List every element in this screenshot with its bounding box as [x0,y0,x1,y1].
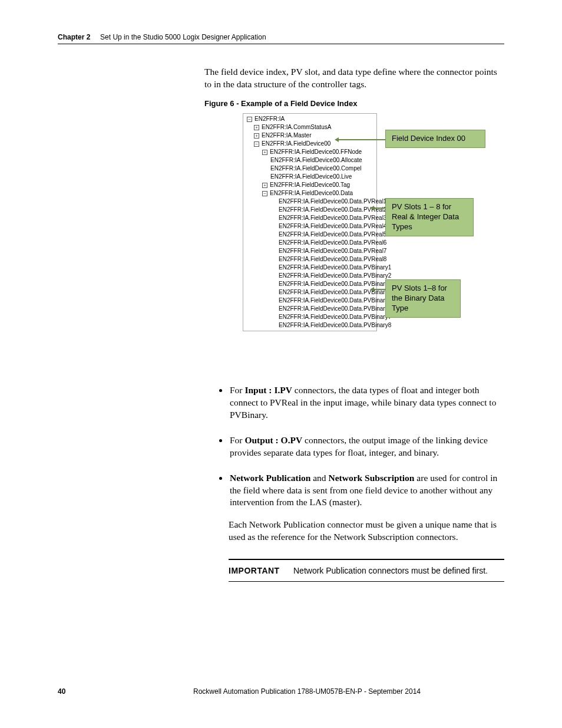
figure-caption: Figure 6 - Example of a Field Device Ind… [204,99,357,108]
expand-icon[interactable]: + [254,125,259,130]
collapse-icon[interactable]: − [247,117,252,122]
tree-leaf[interactable]: EN2FFR:IA.FieldDevice00.Data.PVReal2 [243,206,376,214]
tree-node[interactable]: +EN2FFR:IA.FieldDevice00.Tag [243,181,376,189]
paragraph: Each Network Publication connector must … [229,519,504,543]
tree-leaf[interactable]: EN2FFR:IA.FieldDevice00.Data.PVReal4 [243,222,376,230]
tree-leaf[interactable]: EN2FFR:IA.FieldDevice00.Data.PVBinary7 [243,313,376,321]
list-item: For Output : O.PV connectors, the output… [229,434,504,459]
important-label: IMPORTANT [229,566,293,575]
tree-node[interactable]: −EN2FFR:IA [243,115,376,123]
tree-node[interactable]: −EN2FFR:IA.FieldDevice00.Data [243,189,376,197]
header-title: Set Up in the Studio 5000 Logix Designer… [100,33,266,41]
publication-info: Rockwell Automation Publication 1788-UM0… [193,687,504,696]
tree-leaf[interactable]: EN2FFR:IA.FieldDevice00.Compel [243,164,376,173]
tree-node[interactable]: +EN2FFR:IA.CommStatusA [243,123,376,131]
intro-paragraph: The field device index, PV slot, and dat… [204,66,504,91]
list-item: For Input : I.PV connectors, the data ty… [229,384,504,421]
expand-icon[interactable]: + [262,150,267,155]
page-header: Chapter 2 Set Up in the Studio 5000 Logi… [58,33,504,44]
chapter-label: Chapter 2 [58,33,90,41]
callout-pv-real: PV Slots 1 – 8 for Real & Integer Data T… [385,198,474,236]
collapse-icon[interactable]: − [254,141,259,147]
arrow-icon [373,289,385,290]
figure-diagram: −EN2FFR:IA +EN2FFR:IA.CommStatusA +EN2FF… [243,113,496,367]
bullet-list: For Input : I.PV connectors, the data ty… [218,384,504,522]
expand-icon[interactable]: + [254,133,259,139]
tag-tree: −EN2FFR:IA +EN2FFR:IA.CommStatusA +EN2FF… [243,113,377,331]
list-item: Network Publication and Network Subscrip… [229,472,504,509]
important-note: IMPORTANT Network Publication connectors… [229,559,504,582]
tree-leaf[interactable]: EN2FFR:IA.FieldDevice00.Allocate [243,156,376,164]
tree-leaf[interactable]: EN2FFR:IA.FieldDevice00.Data.PVReal3 [243,214,376,222]
callout-field-device-index: Field Device Index 00 [385,130,485,148]
tree-leaf[interactable]: EN2FFR:IA.FieldDevice00.Data.PVBinary4 [243,288,376,297]
callout-pv-binary: PV Slots 1–8 for the Binary Data Type [385,279,461,318]
tree-leaf[interactable]: EN2FFR:IA.FieldDevice00.Live [243,173,376,181]
tree-node[interactable]: +EN2FFR:IA.Master [243,131,376,140]
tree-leaf[interactable]: EN2FFR:IA.FieldDevice00.Data.PVBinary8 [243,321,376,330]
tree-leaf[interactable]: EN2FFR:IA.FieldDevice00.Data.PVBinary1 [243,263,376,272]
important-text: Network Publication connectors must be d… [293,566,488,575]
tree-leaf[interactable]: EN2FFR:IA.FieldDevice00.Data.PVBinary3 [243,280,376,288]
tree-leaf[interactable]: EN2FFR:IA.FieldDevice00.Data.PVBinary2 [243,272,376,280]
tree-leaf[interactable]: EN2FFR:IA.FieldDevice00.Data.PVReal5 [243,230,376,239]
tree-leaf[interactable]: EN2FFR:IA.FieldDevice00.Data.PVReal6 [243,239,376,247]
tree-node[interactable]: −EN2FFR:IA.FieldDevice00 [243,140,376,148]
arrow-icon [373,207,385,209]
tree-leaf[interactable]: EN2FFR:IA.FieldDevice00.Data.PVReal7 [243,247,376,255]
tree-leaf[interactable]: EN2FFR:IA.FieldDevice00.Data.PVBinary5 [243,297,376,305]
collapse-icon[interactable]: − [262,191,267,196]
tree-leaf[interactable]: EN2FFR:IA.FieldDevice00.Data.PVReal1 [243,197,376,206]
page-number: 40 [58,687,193,696]
expand-icon[interactable]: + [262,183,267,188]
tree-leaf[interactable]: EN2FFR:IA.FieldDevice00.Data.PVBinary6 [243,305,376,313]
arrow-icon [338,139,385,140]
page-footer: 40 Rockwell Automation Publication 1788-… [58,687,504,696]
tree-leaf[interactable]: EN2FFR:IA.FieldDevice00.Data.PVReal8 [243,255,376,263]
tree-node[interactable]: +EN2FFR:IA.FieldDevice00.FFNode [243,148,376,156]
